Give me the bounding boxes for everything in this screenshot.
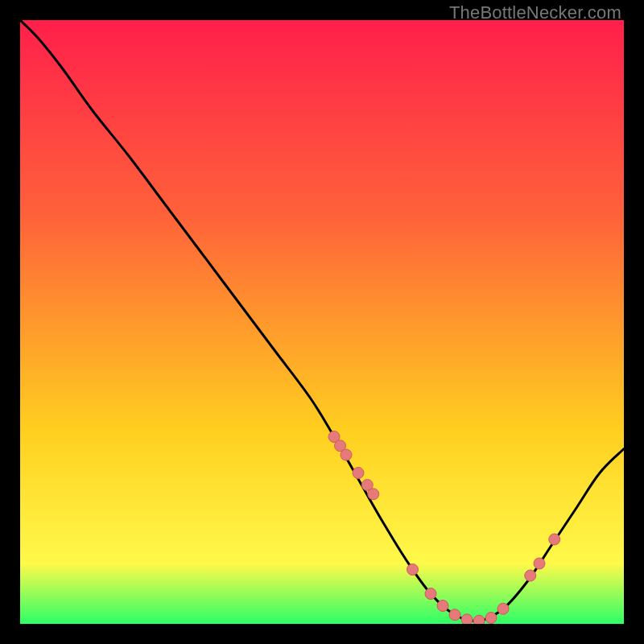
data-dot (534, 558, 545, 569)
bottleneck-chart (20, 20, 624, 624)
data-dot (437, 601, 448, 612)
data-dot (368, 489, 379, 500)
data-dot (461, 614, 473, 624)
chart-frame (20, 20, 624, 624)
data-dot (473, 615, 485, 624)
data-dot (353, 468, 364, 479)
data-dot (449, 609, 460, 621)
data-dot (407, 564, 419, 576)
data-dot (497, 603, 509, 614)
data-dot (485, 613, 497, 624)
data-dot (549, 534, 560, 545)
data-dot (525, 570, 536, 581)
data-dot (425, 588, 436, 600)
gradient-background (20, 20, 624, 624)
data-dot (341, 449, 352, 460)
